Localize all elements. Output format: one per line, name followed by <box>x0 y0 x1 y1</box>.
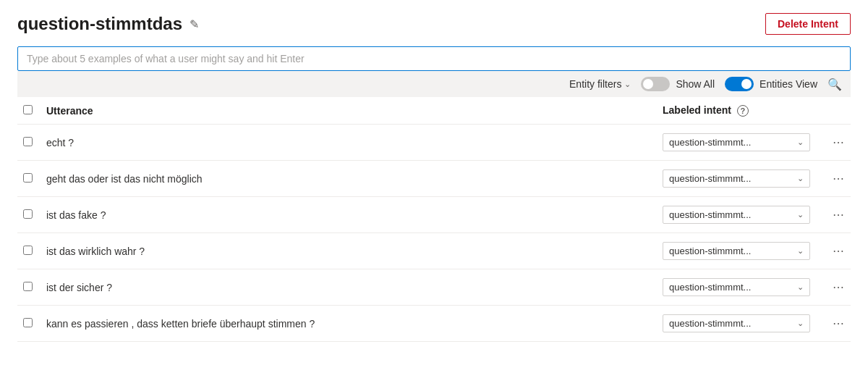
labeled-intent-dropdown[interactable]: question-stimmmt... ⌄ <box>663 278 810 296</box>
search-icon-button[interactable]: 🔍 <box>827 77 842 91</box>
table-row: ist das fake ? question-stimmmt... ⌄ ⋯ <box>17 197 851 233</box>
labeled-intent-cell: question-stimmmt... ⌄ <box>657 233 816 269</box>
page-header: question-stimmtdas ✎ Delete Intent <box>17 13 851 35</box>
utterance-text: ist das fake ? <box>41 197 657 233</box>
labeled-intent-cell: question-stimmmt... ⌄ <box>657 269 816 306</box>
labeled-intent-chevron-icon: ⌄ <box>797 246 804 256</box>
search-bar-container <box>17 46 851 71</box>
delete-intent-button[interactable]: Delete Intent <box>765 13 851 35</box>
row-actions-cell: ⋯ <box>816 269 851 306</box>
title-area: question-stimmtdas ✎ <box>17 14 199 34</box>
row-checkbox[interactable] <box>23 246 33 255</box>
show-all-label: Show All <box>676 78 715 90</box>
row-checkbox[interactable] <box>23 209 33 219</box>
more-options-icon[interactable]: ⋯ <box>833 209 845 221</box>
labeled-intent-cell: question-stimmmt... ⌄ <box>657 125 816 161</box>
labeled-intent-chevron-icon: ⌄ <box>797 319 804 328</box>
labeled-intent-cell: question-stimmmt... ⌄ <box>657 197 816 233</box>
labeled-intent-text: question-stimmmt... <box>669 173 751 184</box>
labeled-intent-chevron-icon: ⌄ <box>797 174 804 183</box>
row-actions-cell: ⋯ <box>816 125 851 161</box>
table-row: echt ? question-stimmmt... ⌄ ⋯ <box>17 125 851 161</box>
more-options-icon[interactable]: ⋯ <box>833 172 845 185</box>
entities-view-toggle-container: Entities View <box>725 77 817 91</box>
row-actions-cell: ⋯ <box>816 197 851 233</box>
show-all-toggle[interactable] <box>641 77 670 91</box>
labeled-intent-cell: question-stimmmt... ⌄ <box>657 306 816 342</box>
utterance-tbody: echt ? question-stimmmt... ⌄ ⋯geht das o… <box>17 125 851 342</box>
labeled-intent-text: question-stimmmt... <box>669 209 751 220</box>
labeled-intent-dropdown[interactable]: question-stimmmt... ⌄ <box>663 242 810 260</box>
more-options-icon[interactable]: ⋯ <box>833 281 845 293</box>
labeled-intent-dropdown[interactable]: question-stimmmt... ⌄ <box>663 133 810 151</box>
labeled-intent-dropdown[interactable]: question-stimmmt... ⌄ <box>663 169 810 188</box>
utterance-search-input[interactable] <box>17 46 851 71</box>
utterance-text: echt ? <box>41 125 657 161</box>
row-checkbox[interactable] <box>23 282 33 291</box>
th-actions <box>816 97 851 125</box>
labeled-intent-chevron-icon: ⌄ <box>797 282 804 292</box>
row-actions-cell: ⋯ <box>816 161 851 197</box>
utterance-text: ist der sicher ? <box>41 269 657 306</box>
labeled-intent-chevron-icon: ⌄ <box>797 138 804 147</box>
search-icon: 🔍 <box>827 78 842 91</box>
entities-view-toggle[interactable] <box>725 77 754 91</box>
table-row: geht das oder ist das nicht möglich ques… <box>17 161 851 197</box>
utterance-table: Utterance Labeled intent ? echt ? questi… <box>17 97 851 342</box>
page-title: question-stimmtdas <box>17 14 182 34</box>
entities-view-toggle-thumb <box>741 79 752 89</box>
labeled-intent-help-icon[interactable]: ? <box>737 105 749 117</box>
utterance-text: geht das oder ist das nicht möglich <box>41 161 657 197</box>
table-row: kann es passieren , dass ketten briefe ü… <box>17 306 851 342</box>
entity-filters-label: Entity filters <box>569 78 621 90</box>
select-all-checkbox[interactable] <box>23 105 33 114</box>
th-labeled-intent: Labeled intent ? <box>657 97 816 125</box>
labeled-intent-cell: question-stimmmt... ⌄ <box>657 161 816 197</box>
labeled-intent-text: question-stimmmt... <box>669 137 751 148</box>
table-row: ist der sicher ? question-stimmmt... ⌄ ⋯ <box>17 269 851 306</box>
row-actions-cell: ⋯ <box>816 306 851 342</box>
more-options-icon[interactable]: ⋯ <box>833 136 845 148</box>
row-checkbox[interactable] <box>23 318 33 327</box>
row-checkbox[interactable] <box>23 137 33 146</box>
table-header-row: Utterance Labeled intent ? <box>17 97 851 125</box>
labeled-intent-text: question-stimmmt... <box>669 246 751 256</box>
th-checkbox <box>17 97 41 125</box>
labeled-intent-dropdown[interactable]: question-stimmmt... ⌄ <box>663 314 810 332</box>
show-all-toggle-container: Show All <box>641 77 715 91</box>
more-options-icon[interactable]: ⋯ <box>833 245 845 257</box>
labeled-intent-text: question-stimmmt... <box>669 282 751 293</box>
toolbar: Entity filters ⌄ Show All Entities View … <box>17 71 851 97</box>
table-row: ist das wirklich wahr ? question-stimmmt… <box>17 233 851 269</box>
utterance-text: ist das wirklich wahr ? <box>41 233 657 269</box>
entity-filters-chevron-icon: ⌄ <box>624 80 631 89</box>
utterance-text: kann es passieren , dass ketten briefe ü… <box>41 306 657 342</box>
labeled-intent-chevron-icon: ⌄ <box>797 210 804 219</box>
labeled-intent-dropdown[interactable]: question-stimmmt... ⌄ <box>663 206 810 224</box>
edit-icon[interactable]: ✎ <box>190 17 199 31</box>
more-options-icon[interactable]: ⋯ <box>833 317 845 330</box>
labeled-intent-text: question-stimmmt... <box>669 318 751 329</box>
row-actions-cell: ⋯ <box>816 233 851 269</box>
th-utterance: Utterance <box>41 97 657 125</box>
entities-view-label: Entities View <box>760 78 817 90</box>
entity-filters-button[interactable]: Entity filters ⌄ <box>569 78 631 90</box>
page-container: question-stimmtdas ✎ Delete Intent Entit… <box>0 0 868 373</box>
row-checkbox[interactable] <box>23 173 33 183</box>
